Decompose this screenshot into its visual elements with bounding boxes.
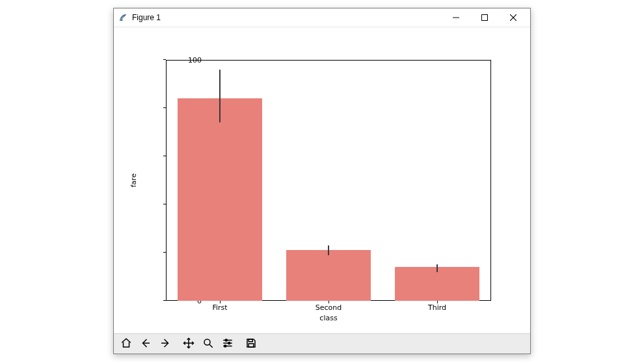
x-tick xyxy=(329,301,329,303)
arrow-left-icon xyxy=(140,337,152,351)
home-button[interactable] xyxy=(116,335,136,353)
forward-button[interactable] xyxy=(155,335,175,353)
y-axis-label: fare xyxy=(129,173,138,188)
errorbar-third xyxy=(436,264,438,272)
errorbar-first xyxy=(219,70,221,122)
arrow-right-icon xyxy=(159,337,171,351)
titlebar: Figure 1 xyxy=(114,8,530,27)
window-title: Figure 1 xyxy=(132,13,161,22)
x-tick-label: Second xyxy=(315,303,342,312)
y-tick xyxy=(163,59,166,60)
x-tick-label: Third xyxy=(428,303,446,312)
figure-canvas[interactable]: fare class 0 20 40 60 80 100 First Secon… xyxy=(114,27,530,333)
save-button[interactable] xyxy=(241,335,261,353)
y-axis-spine xyxy=(166,60,167,301)
close-button[interactable] xyxy=(499,8,528,27)
y-tick xyxy=(163,252,166,253)
x-tick-label: First xyxy=(212,303,227,312)
right-spine xyxy=(490,60,491,301)
svg-rect-16 xyxy=(248,339,252,342)
x-tick xyxy=(220,301,221,303)
configure-button[interactable] xyxy=(218,335,237,353)
save-icon xyxy=(245,337,257,351)
app-window: Figure 1 fare class 0 20 40 60 80 100 Fi… xyxy=(113,8,531,354)
svg-line-9 xyxy=(209,344,213,348)
feather-icon xyxy=(118,12,128,23)
x-tick xyxy=(437,301,438,303)
move-icon xyxy=(183,337,195,351)
maximize-button[interactable] xyxy=(470,8,499,27)
y-tick xyxy=(163,300,166,301)
magnifier-icon xyxy=(202,337,214,351)
nav-toolbar xyxy=(114,333,530,354)
y-tick xyxy=(163,107,166,108)
zoom-button[interactable] xyxy=(198,335,218,353)
svg-point-13 xyxy=(228,342,230,344)
bar-first xyxy=(178,98,262,301)
svg-point-8 xyxy=(204,339,210,345)
y-tick xyxy=(163,156,166,156)
y-tick xyxy=(163,204,166,204)
errorbar-second xyxy=(328,245,329,255)
svg-rect-17 xyxy=(248,343,254,346)
svg-point-15 xyxy=(224,345,226,347)
home-icon xyxy=(120,337,132,351)
sliders-icon xyxy=(222,337,234,351)
pan-button[interactable] xyxy=(179,335,198,353)
minimize-button[interactable] xyxy=(442,8,470,27)
svg-rect-1 xyxy=(482,15,488,21)
x-axis-label: class xyxy=(319,314,337,322)
plot-area xyxy=(166,60,491,301)
svg-point-11 xyxy=(225,339,227,341)
top-spine xyxy=(166,60,491,61)
bar-second xyxy=(286,250,371,301)
back-button[interactable] xyxy=(136,335,155,353)
